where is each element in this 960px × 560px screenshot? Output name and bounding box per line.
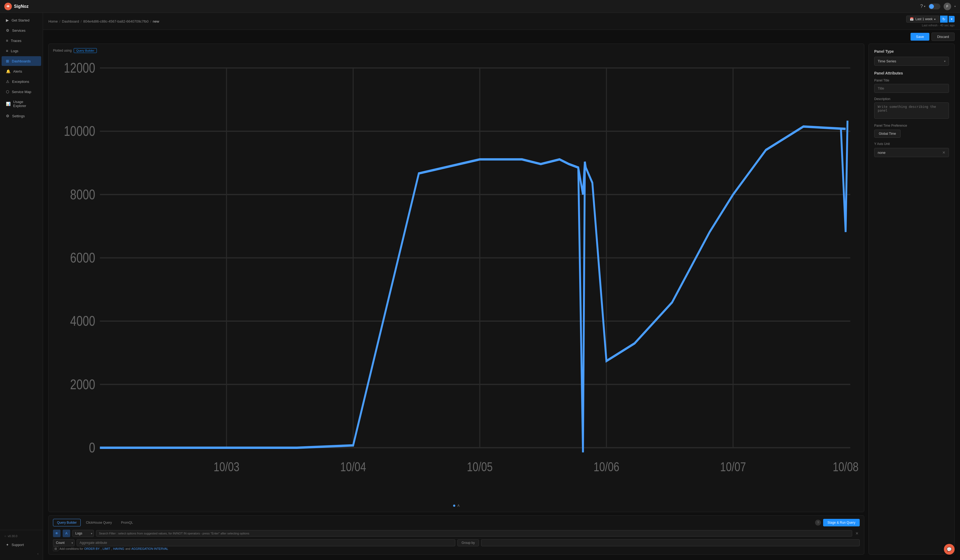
exceptions-icon: ⚠ xyxy=(6,79,10,84)
svg-text:2000: 2000 xyxy=(70,376,95,392)
svg-text:8000: 8000 xyxy=(70,186,95,202)
sidebar-item-service-map[interactable]: ⬡ Service Map xyxy=(2,87,41,96)
having-link[interactable]: HAVING xyxy=(113,547,124,550)
panel-type-title: Panel Type xyxy=(874,49,949,54)
sidebar-bottom: ○ v0.30.0 ✦ Support ‹ xyxy=(0,530,43,558)
sidebar-label-service-map: Service Map xyxy=(12,90,31,94)
sidebar-label-exceptions: Exceptions xyxy=(12,80,29,84)
query-tabs-right: ? Stage & Run Query xyxy=(815,519,860,526)
sidebar-item-exceptions[interactable]: ⚠ Exceptions xyxy=(2,77,41,86)
add-conditions-label: Add conditions for xyxy=(59,547,83,550)
chart-container: Plotted using Query Builder xyxy=(48,43,864,512)
logo-text: SigNoz xyxy=(14,4,29,9)
toggle-knob xyxy=(929,4,934,9)
tab-clickhouse[interactable]: ClickHouse Query xyxy=(82,519,116,526)
header-right: 📅 Last 1 week ▾ ↻ ▾ Last refresh - 40 se… xyxy=(906,16,955,27)
add-conditions-plus[interactable]: ⊞ xyxy=(53,546,58,551)
action-bar: Save Discard xyxy=(43,30,960,43)
query-tabs: Query Builder ClickHouse Query PromQL ? … xyxy=(53,519,860,526)
save-button[interactable]: Save xyxy=(910,33,930,41)
limit-link[interactable]: LIMIT xyxy=(103,547,110,550)
svg-text:10/07: 10/07 xyxy=(720,460,746,474)
sidebar-item-logs[interactable]: ≡ Logs xyxy=(2,46,41,56)
version-text: v0.30.0 xyxy=(8,534,18,538)
breadcrumb-id[interactable]: 804e4d86-c88c-4567-ba82-6640709c7fb0 xyxy=(83,19,149,23)
y-axis-select[interactable]: none ✕ xyxy=(874,148,949,157)
sidebar-item-get-started[interactable]: ▶ Get Started xyxy=(2,15,41,25)
query-letter-button[interactable]: A xyxy=(62,530,70,537)
sidebar-item-services[interactable]: ⚙ Services xyxy=(2,26,41,35)
aggregate-fn-select[interactable]: Count Sum Avg Max Min xyxy=(53,539,75,546)
refresh-button[interactable]: ↻ xyxy=(940,16,948,22)
sidebar-item-alerts[interactable]: 🔔 Alerts xyxy=(2,66,41,76)
time-range-button[interactable]: 📅 Last 1 week ▾ xyxy=(906,16,939,22)
sidebar-label-services: Services xyxy=(12,29,26,32)
panel-attributes-title: Panel Attributes xyxy=(874,71,949,75)
query-builder-badge[interactable]: Query Builder xyxy=(74,48,96,53)
global-time-button[interactable]: Global Time xyxy=(874,130,901,138)
chat-bubble-button[interactable]: 💬 xyxy=(944,544,955,555)
y-axis-title: Y Axis Unit xyxy=(874,142,949,146)
panel-type-value: Time Series xyxy=(878,59,896,63)
eye-toggle-button[interactable]: 👁 xyxy=(53,530,61,537)
topnav-left: 👁 SigNoz xyxy=(4,3,29,10)
filter-input[interactable] xyxy=(96,530,852,537)
tab-query-builder[interactable]: Query Builder xyxy=(53,519,81,526)
group-by-button[interactable]: Group by xyxy=(458,539,478,546)
stage-run-button[interactable]: Stage & Run Query xyxy=(823,519,860,526)
tab-promql[interactable]: PromQL xyxy=(117,519,137,526)
help-icon: ? xyxy=(920,3,923,9)
group-by-input[interactable] xyxy=(481,539,860,546)
time-chevron: ▾ xyxy=(934,18,936,21)
topnav-right: ? ▾ F ▾ xyxy=(920,3,956,10)
collapse-button[interactable]: ‹ xyxy=(0,550,43,558)
sidebar-item-support[interactable]: ✦ Support xyxy=(2,540,41,549)
sidebar-item-settings[interactable]: ⚙ Settings xyxy=(2,111,41,121)
time-dropdown-button[interactable]: ▾ xyxy=(949,16,955,22)
sidebar-item-traces[interactable]: ≡ Traces xyxy=(2,36,41,45)
breadcrumb-home[interactable]: Home xyxy=(48,19,58,23)
last-refresh-text: Last refresh - 40 sec ago xyxy=(922,24,955,27)
breadcrumb-dashboard[interactable]: Dashboard xyxy=(62,19,79,23)
svg-text:10/05: 10/05 xyxy=(467,460,493,474)
sidebar-item-usage-explorer[interactable]: 📊 Usage Explorer xyxy=(2,97,41,110)
add-conditions-row: ⊞ Add conditions for ORDER BY, LIMIT, HA… xyxy=(53,546,860,551)
breadcrumb: Home / Dashboard / 804e4d86-c88c-4567-ba… xyxy=(48,19,159,23)
logs-icon: ≡ xyxy=(6,49,8,53)
usage-explorer-icon: 📊 xyxy=(6,102,11,106)
legend-label-a: A xyxy=(458,504,459,507)
chart-svg: 0 2000 4000 6000 8000 10000 12000 10/03 … xyxy=(53,56,860,502)
main-layout: ▶ Get Started ⚙ Services ≡ Traces ≡ Logs… xyxy=(0,13,960,560)
svg-text:10/03: 10/03 xyxy=(213,460,239,474)
sidebar-item-dashboards[interactable]: ⊞ Dashboards xyxy=(2,56,41,66)
svg-text:4000: 4000 xyxy=(70,313,95,329)
help-button[interactable]: ? ▾ xyxy=(920,3,925,9)
theme-toggle[interactable] xyxy=(928,3,940,10)
description-textarea[interactable] xyxy=(874,102,949,118)
user-avatar[interactable]: F xyxy=(944,3,951,10)
time-range-label: Last 1 week xyxy=(915,17,933,21)
calendar-icon: 📅 xyxy=(910,17,914,21)
order-by-link[interactable]: ORDER BY xyxy=(84,547,99,550)
time-controls: 📅 Last 1 week ▾ ↻ ▾ xyxy=(906,16,955,22)
panel-type-select[interactable]: Time Series ▾ xyxy=(874,57,949,66)
aggregation-interval-link[interactable]: AGGREGATION INTERVAL xyxy=(131,547,168,550)
aggregate-attr-input[interactable] xyxy=(77,539,455,546)
panel-title-input[interactable] xyxy=(874,84,949,93)
plotted-using-label: Plotted using xyxy=(53,49,72,53)
aggregate-fn-wrap: Count Sum Avg Max Min xyxy=(53,539,75,546)
discard-button[interactable]: Discard xyxy=(931,32,955,41)
sidebar: ▶ Get Started ⚙ Services ≡ Traces ≡ Logs… xyxy=(0,13,43,560)
y-axis-clear-button[interactable]: ✕ xyxy=(942,150,946,155)
svg-text:6000: 6000 xyxy=(70,250,95,266)
query-help-button[interactable]: ? xyxy=(815,520,821,526)
filter-clear-button[interactable]: ✕ xyxy=(854,531,860,536)
query-row-1: 👁 A Logs Metrics Traces ✕ xyxy=(53,530,860,537)
alerts-icon: 🔔 xyxy=(6,69,11,74)
svg-text:10/08: 10/08 xyxy=(833,460,859,474)
dashboards-icon: ⊞ xyxy=(6,59,9,63)
sidebar-label-get-started: Get Started xyxy=(11,18,29,22)
datasource-select[interactable]: Logs Metrics Traces xyxy=(72,530,94,537)
breadcrumb-sep-2: / xyxy=(81,19,82,23)
chart-section: Plotted using Query Builder xyxy=(48,43,864,555)
